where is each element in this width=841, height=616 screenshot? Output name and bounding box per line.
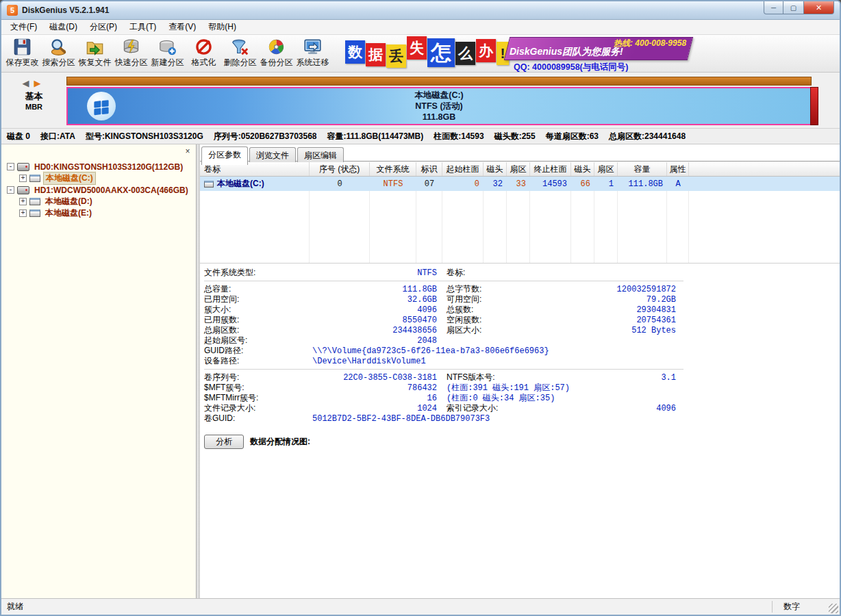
column-header-4[interactable]: 起始柱面 [442,162,484,176]
details-row: 文件记录大小:1024索引记录大小:4096 [204,403,683,413]
disk-info-segment: 总扇区数:234441648 [609,131,686,142]
column-header-1[interactable]: 序号 (状态) [310,162,370,176]
tree-item-label[interactable]: HD0:KINGSTONSH103S3120G(112GB) [32,162,185,172]
menu-item-help[interactable]: 帮助(H) [202,19,242,35]
column-header-filler [689,162,840,176]
toolbar-button-system-migrate[interactable]: 系统迁移 [294,36,331,72]
tree-close-icon[interactable]: × [183,147,192,157]
disk-info-segment: 容量:111.8GB(114473MB) [327,131,424,142]
column-header-9[interactable]: 扇区 [594,162,618,176]
tree-item-label[interactable]: HD1:WDCWD5000AAKX-003CA(466GB) [32,185,190,195]
disk-info-segment: 磁头数:255 [494,131,536,142]
details-row: 设备路径:\Device\HarddiskVolume1 [204,356,683,366]
column-header-6[interactable]: 扇区 [507,162,530,176]
column-header-11[interactable]: 属性 [667,162,689,176]
minimize-button[interactable]: ─ [764,1,783,14]
details-row: 已用簇数:8550470空闲簇数:20754361 [204,315,683,325]
ad-slogan: DiskGenius团队为您服务! [510,46,623,58]
details-value: NTFS [307,268,437,278]
menu-item-file[interactable]: 文件(F) [4,19,43,35]
partition-table-type-label: MBR [1,103,66,111]
tab-partition-params[interactable]: 分区参数 [201,146,248,165]
toolbar-button-recover-files[interactable]: 恢复文件 [77,36,113,72]
toolbar-button-search-partition[interactable]: 搜索分区 [40,36,77,72]
table-row[interactable]: 本地磁盘(C:)0NTFS070323314593661111.8GBA [200,177,840,191]
close-button[interactable]: ✕ [803,1,834,14]
disk-info-segment: 每道扇区数:63 [546,131,599,142]
collapse-icon[interactable]: - [7,186,14,194]
maximize-button[interactable]: ▢ [783,1,803,14]
details-row: 簇大小:4096总簇数:29304831 [204,305,683,315]
details-value: 3.1 [573,373,676,383]
tree-panel: × -HD0:KINGSTONSH103S3120G(112GB)+本地磁盘(C… [1,144,197,598]
expand-icon[interactable]: + [19,198,27,205]
table-cell: 0 [310,177,370,191]
column-header-5[interactable]: 磁头 [484,162,507,176]
disk-header-strip[interactable] [66,77,812,86]
column-header-3[interactable]: 标识 [416,162,442,176]
analyze-button[interactable]: 分析 [204,435,244,449]
hdd-icon [17,163,29,171]
details-label: 卷标: [447,267,573,279]
partition-bar-text: 本地磁盘(C:) NTFS (活动) 111.8GB [68,88,810,124]
tree-item[interactable]: +本地磁盘(C:) [1,172,196,184]
expand-icon[interactable]: + [19,209,27,217]
disk-info-bar: 磁盘 0接口:ATA型号:KINGSTONSH103S3120G序列号:0520… [1,129,840,144]
menu-item-view[interactable]: 查看(V) [162,19,202,35]
disk-info-segment: 磁盘 0 [7,131,30,142]
collapse-icon[interactable]: - [7,163,14,170]
ad-hotline: 热线: 400-008-9958 [614,38,686,49]
nav-forward-icon[interactable]: ▶ [34,78,46,88]
details-separator [204,369,683,370]
table-cell: 本地磁盘(C:) [200,177,310,191]
tree-item-label[interactable]: 本地磁盘(D:) [43,196,95,207]
toolbar-button-backup-partition[interactable]: 备份分区 [258,36,294,72]
tree-item[interactable]: -HD0:KINGSTONSH103S3120G(112GB) [1,161,196,172]
right-panel: 分区参数浏览文件扇区编辑 卷标序号 (状态)文件系统标识起始柱面磁头扇区终止柱面… [200,144,840,598]
numlock-indicator: 数字 [772,601,811,613]
partition-icon [29,198,40,205]
status-text: 就绪 [1,601,23,613]
disk-overflow-strip [810,87,818,125]
disk-info-segment: 接口:ATA [40,131,75,142]
column-header-2[interactable]: 文件系统 [370,162,416,176]
tree-item[interactable]: +本地磁盘(D:) [1,196,196,207]
toolbar-button-delete-partition[interactable]: 删除分区 [222,36,258,72]
menu-item-tools[interactable]: 工具(T) [123,19,162,35]
save-icon [13,38,32,56]
column-header-8[interactable]: 磁头 [571,162,594,176]
details-row: GUID路径:\\?\Volume{da9723c5-6f26-11ea-b7a… [204,346,683,356]
column-header-7[interactable]: 终止柱面 [530,162,571,176]
details-row: 卷GUID:5012B7D2-5BF2-43BF-8DEA-DB6DB79073… [204,413,683,424]
expand-icon[interactable]: + [19,175,27,182]
toolbar-button-new-partition[interactable]: 新建分区 [149,36,186,72]
column-header-10[interactable]: 容量 [618,162,667,176]
toolbar-button-quick-partition[interactable]: 快速分区 [113,36,149,72]
toolbar-button-save[interactable]: 保存更改 [4,36,40,72]
toolbar-button-format[interactable]: 格式化 [186,36,222,72]
ad-banner[interactable]: 数据丢失怎么办! DiskGenius团队为您服务! 热线: 400-008-9… [345,35,701,73]
tree-item[interactable]: -HD1:WDCWD5000AAKX-003CA(466GB) [1,184,196,196]
tree-item-label[interactable]: 本地磁盘(E:) [43,207,94,219]
menu-item-disk[interactable]: 磁盘(D) [43,19,84,35]
tree-item-label[interactable]: 本地磁盘(C:) [43,172,96,185]
partition-bar[interactable]: 本地磁盘(C:) NTFS (活动) 111.8GB [66,87,812,125]
details-row: 已用空间:32.6GB可用空间:79.2GB [204,294,683,305]
tree-item[interactable]: +本地磁盘(E:) [1,207,196,219]
table-body: 本地磁盘(C:)0NTFS070323314593661111.8GBA [200,177,840,263]
table-cell: 14593 [530,177,571,191]
details-value: 120032591872 [573,285,676,294]
quick-partition-icon [122,38,140,56]
resize-grip[interactable] [829,604,838,613]
menu-item-partition[interactable]: 分区(P) [84,19,123,35]
details-label: 索引记录大小: [447,402,573,414]
details-value: 29304831 [573,305,676,315]
partition-table: 卷标序号 (状态)文件系统标识起始柱面磁头扇区终止柱面磁头扇区容量属性 本地磁盘… [200,162,840,264]
details-value: 512 Bytes [573,326,676,335]
partition-icon [29,209,40,217]
table-cell: NTFS [370,177,416,191]
details-value: 1024 [307,404,437,413]
app-icon: 5 [7,5,18,16]
nav-back-icon[interactable]: ◀ [23,78,34,88]
table-empty-row [200,205,840,220]
